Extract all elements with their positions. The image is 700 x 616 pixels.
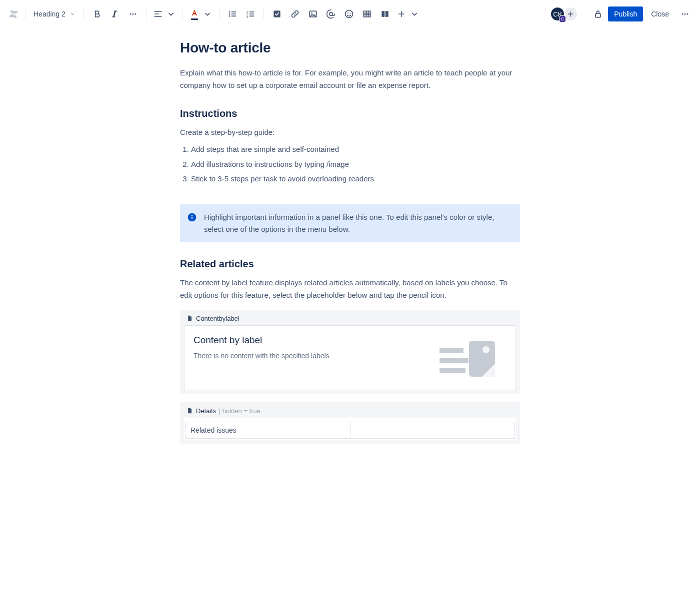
text-align-button[interactable] <box>152 6 164 22</box>
action-item-button[interactable] <box>269 6 285 22</box>
separator <box>146 8 146 20</box>
editor-toolbar: Heading 2 123 <box>0 0 700 28</box>
document-icon <box>186 315 193 322</box>
label-art-icon <box>440 331 510 386</box>
current-user-avatar[interactable]: CK C <box>550 6 565 21</box>
text-style-select[interactable]: Heading 2 <box>30 8 78 20</box>
image-button[interactable] <box>305 6 321 22</box>
svg-rect-18 <box>596 13 600 17</box>
document-icon <box>186 407 193 414</box>
svg-rect-16 <box>382 11 384 17</box>
table-row[interactable]: Related issues <box>186 422 515 438</box>
chevron-down-icon <box>70 11 76 17</box>
insert-button[interactable] <box>395 6 408 22</box>
avatar-stack: CK C <box>550 6 578 21</box>
text-color-button[interactable] <box>188 6 201 22</box>
text-align-dropdown[interactable] <box>164 6 178 22</box>
svg-point-1 <box>132 13 134 15</box>
layouts-button[interactable] <box>377 6 393 22</box>
intro-paragraph[interactable]: Explain what this how-to article is for.… <box>180 67 520 92</box>
details-macro[interactable]: Details | hidden = true Related issues <box>180 402 520 444</box>
separator <box>264 8 264 20</box>
svg-rect-25 <box>440 348 464 353</box>
info-icon <box>187 212 197 222</box>
svg-point-21 <box>687 13 688 15</box>
macro-header: Details | hidden = true <box>184 406 516 418</box>
mention-button[interactable] <box>323 6 339 22</box>
separator <box>25 8 26 20</box>
svg-rect-23 <box>192 216 192 219</box>
svg-point-19 <box>682 13 684 15</box>
table-cell-value[interactable] <box>350 422 515 438</box>
close-button[interactable]: Close <box>645 6 675 21</box>
content-by-label-macro[interactable]: Contentbylabel Content by label There is… <box>180 310 520 394</box>
svg-point-0 <box>130 13 131 15</box>
macro-body[interactable]: Content by label There is no content wit… <box>184 325 516 390</box>
macro-header: Contentbylabel <box>184 314 516 325</box>
info-panel-text[interactable]: Highlight important information in a pan… <box>204 211 512 235</box>
macro-name: Contentbylabel <box>196 315 240 322</box>
svg-point-20 <box>684 13 686 15</box>
confluence-logo <box>7 7 20 20</box>
instructions-intro[interactable]: Create a step-by-step guide: <box>180 126 520 139</box>
svg-point-12 <box>345 10 352 18</box>
separator <box>182 8 183 20</box>
svg-rect-15 <box>364 11 370 17</box>
related-heading[interactable]: Related articles <box>180 258 520 270</box>
svg-point-14 <box>350 12 350 13</box>
instructions-heading[interactable]: Instructions <box>180 108 520 119</box>
list-item[interactable]: Add illustrations to instructions by typ… <box>191 158 520 170</box>
restrictions-button[interactable] <box>590 6 606 22</box>
macro-name: Details <box>196 407 216 415</box>
more-actions-button[interactable] <box>677 6 693 22</box>
svg-point-13 <box>347 12 348 13</box>
bold-button[interactable] <box>89 6 105 22</box>
presence-badge: C <box>559 15 566 22</box>
steps-list[interactable]: Add steps that are simple and self-conta… <box>191 143 520 184</box>
macro-body[interactable]: Related issues <box>184 418 516 440</box>
svg-point-28 <box>482 346 490 353</box>
svg-point-2 <box>134 13 136 15</box>
link-button[interactable] <box>287 6 303 22</box>
svg-text:3: 3 <box>246 15 248 18</box>
table-button[interactable] <box>359 6 375 22</box>
table-cell-label[interactable]: Related issues <box>186 422 350 438</box>
svg-point-24 <box>192 215 192 216</box>
svg-point-5 <box>229 15 230 17</box>
numbered-list-button[interactable]: 123 <box>242 6 258 22</box>
list-item[interactable]: Add steps that are simple and self-conta… <box>191 143 520 155</box>
bullet-list-button[interactable] <box>224 6 240 22</box>
info-panel[interactable]: Highlight important information in a pan… <box>180 204 520 242</box>
text-style-label: Heading 2 <box>34 10 66 18</box>
chevron-down-icon <box>202 9 212 19</box>
details-table[interactable]: Related issues <box>185 422 515 439</box>
page-title[interactable]: How-to article <box>180 40 520 56</box>
emoji-button[interactable] <box>341 6 357 22</box>
svg-rect-17 <box>386 11 388 17</box>
macro-meta: | hidden = true <box>219 407 260 415</box>
chevron-down-icon <box>166 9 176 19</box>
more-formatting-button[interactable] <box>125 6 141 22</box>
editor-document[interactable]: How-to article Explain what this how-to … <box>175 40 525 444</box>
list-item[interactable]: Stick to 3-5 steps per task to avoid ove… <box>191 173 520 184</box>
publish-button[interactable]: Publish <box>608 6 643 21</box>
svg-point-11 <box>311 12 312 13</box>
svg-point-3 <box>229 11 230 13</box>
related-intro[interactable]: The content by label feature displays re… <box>180 277 520 302</box>
svg-rect-9 <box>274 10 280 17</box>
svg-point-4 <box>229 13 230 15</box>
plus-icon <box>566 10 574 18</box>
text-color-dropdown[interactable] <box>201 6 214 22</box>
text-a-icon <box>190 8 200 18</box>
insert-dropdown[interactable] <box>408 6 421 22</box>
svg-rect-26 <box>440 358 468 363</box>
separator <box>84 8 84 20</box>
svg-rect-27 <box>440 368 466 373</box>
chevron-down-icon <box>410 9 420 19</box>
separator <box>219 8 220 20</box>
italic-button[interactable] <box>107 6 123 22</box>
